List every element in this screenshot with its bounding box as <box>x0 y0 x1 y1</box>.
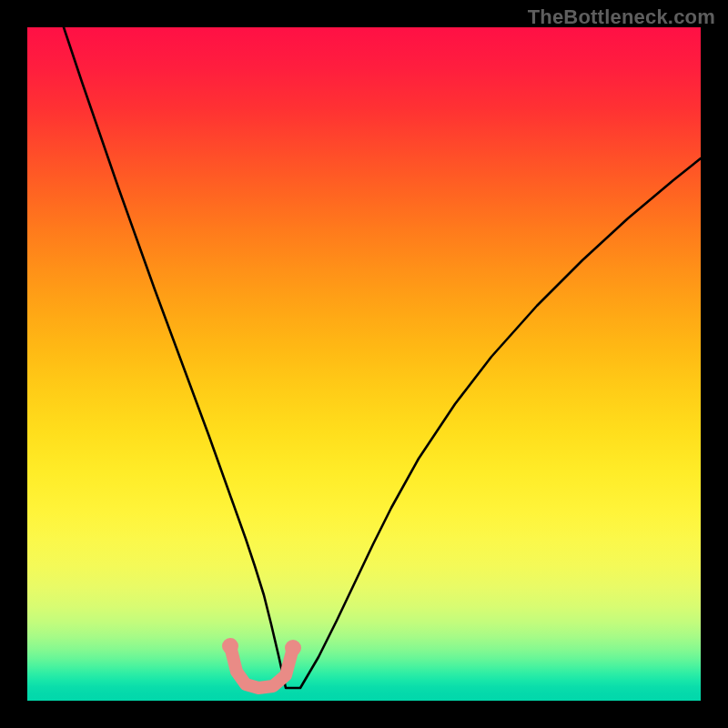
watermark-text: TheBottleneck.com <box>528 5 715 29</box>
chart-frame: TheBottleneck.com <box>0 0 728 728</box>
plot-area <box>27 27 701 701</box>
marker-dot-right <box>285 640 301 656</box>
marker-dot-left <box>222 638 238 654</box>
bottleneck-curve <box>64 27 701 688</box>
optimal-marker <box>230 646 293 688</box>
curve-layer <box>27 27 701 701</box>
